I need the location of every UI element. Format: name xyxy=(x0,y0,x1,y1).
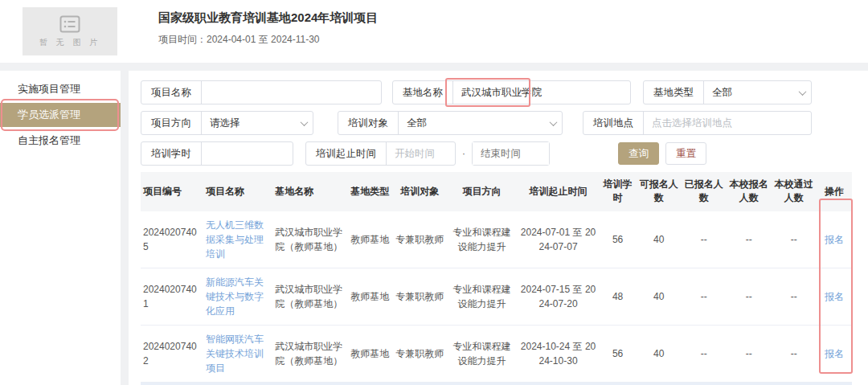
cell-hours: 48 xyxy=(600,268,637,325)
base-name-input[interactable] xyxy=(453,81,630,104)
table-row: 20240207405无人机三维数据采集与处理培训武汉城市职业学院（教师基地）教… xyxy=(141,211,852,268)
cell-period: 2024-07-15 至 2024-07-20 xyxy=(517,268,599,325)
training-location-input[interactable] xyxy=(644,112,811,134)
cell-base_type: 教师基地 xyxy=(346,382,393,385)
column-header: 项目编号 xyxy=(141,172,203,211)
column-header: 基地类型 xyxy=(346,172,393,211)
chevron-down-icon xyxy=(793,81,811,104)
cell-direction: 专业和课程建设能力提升 xyxy=(446,382,517,385)
cell-base: 武汉城市职业学院（教师基地） xyxy=(272,382,346,385)
cell-target: 专兼职教师 xyxy=(393,211,446,268)
cell-hours: 56 xyxy=(600,382,637,385)
base-type-value: 全部 xyxy=(704,81,793,104)
sidebar-item[interactable]: 实施项目管理 xyxy=(0,77,121,101)
cell-school_enrolled: -- xyxy=(727,268,772,325)
cell-quota: 50 xyxy=(637,382,682,385)
column-header: 培训对象 xyxy=(393,172,446,211)
cell-quota: 40 xyxy=(637,268,682,325)
date-separator: · xyxy=(462,148,465,159)
project-time-label: 项目时间： xyxy=(158,34,207,45)
cell-target: 专兼职教师 xyxy=(393,268,446,325)
cell-base_type: 教师基地 xyxy=(346,211,393,268)
table-row: 20240207403新时代汽车营销与运营管理技术应用武汉城市职业学院（教师基地… xyxy=(141,382,852,385)
training-target-value: 全部 xyxy=(399,112,544,134)
cell-school_passed: -- xyxy=(772,211,817,268)
project-direction-label: 项目方向 xyxy=(141,112,202,134)
cell-period: 2024-06-24 至 2024-06-30 xyxy=(517,382,599,385)
top-header: 暂 无 图 片 国家级职业教育培训基地2024年培训项目 项目时间：2024-0… xyxy=(0,0,868,63)
search-button[interactable]: 查询 xyxy=(618,142,659,165)
column-header: 培训学时 xyxy=(600,172,637,211)
cell-period: 2024-10-24 至 2024-10-30 xyxy=(517,325,599,382)
training-period-filter: 培训起止时间 xyxy=(305,141,456,166)
project-name-filter: 项目名称 xyxy=(141,80,382,104)
signup-link[interactable]: 报名 xyxy=(825,234,844,245)
training-period-label: 培训起止时间 xyxy=(306,142,387,165)
column-header: 本校报名人数 xyxy=(727,172,772,211)
cell-target: 专兼职教师 xyxy=(393,325,446,382)
cell-enrolled: -- xyxy=(682,325,727,382)
cell-hours: 56 xyxy=(600,325,637,382)
reset-button[interactable]: 重置 xyxy=(665,142,706,165)
project-name-link[interactable]: 无人机三维数据采集与处理培训 xyxy=(206,219,264,260)
cell-action: 报名 xyxy=(817,268,852,325)
project-name-input[interactable] xyxy=(202,81,381,104)
cell-period: 2024-07-01 至 2024-07-07 xyxy=(517,211,599,268)
training-location-label: 培训地点 xyxy=(583,112,644,134)
table-body: 20240207405无人机三维数据采集与处理培训武汉城市职业学院（教师基地）教… xyxy=(141,211,852,385)
cell-direction: 专业和课程建设能力提升 xyxy=(446,268,517,325)
cell-target: 专兼职教师 xyxy=(393,382,446,385)
cell-base: 武汉城市职业学院（教师基地） xyxy=(272,211,346,268)
training-hours-filter: 培训学时 xyxy=(141,141,293,166)
cell-quota: 40 xyxy=(637,325,682,382)
table-header-row: 项目编号项目名称基地名称基地类型培训对象项目方向培训起止时间培训学时可报名人数已… xyxy=(141,172,852,211)
cell-action: 报名 xyxy=(817,382,852,385)
signup-link[interactable]: 报名 xyxy=(825,291,844,302)
cell-school_passed: -- xyxy=(772,382,817,385)
column-header: 已报名人数 xyxy=(682,172,727,211)
cell-school_passed: -- xyxy=(772,325,817,382)
chevron-down-icon xyxy=(295,112,313,134)
cell-enrolled: -- xyxy=(682,268,727,325)
signup-link[interactable]: 报名 xyxy=(825,348,844,359)
cell-quota: 40 xyxy=(637,211,682,268)
training-hours-input[interactable] xyxy=(202,142,293,165)
base-name-filter: 基地名称 xyxy=(392,80,631,104)
project-time-value: 2024-04-01 至 2024-11-30 xyxy=(207,34,320,45)
end-date-box xyxy=(472,141,550,166)
cell-hours: 56 xyxy=(600,211,637,268)
column-header: 本校通过人数 xyxy=(772,172,817,211)
cell-school_enrolled: -- xyxy=(727,211,772,268)
cell-action: 报名 xyxy=(817,325,852,382)
main-panel: 项目名称 基地名称 基地类型 全部 项目方向 请选择 培训对象 全部 xyxy=(129,71,868,385)
cell-base: 武汉城市职业学院（教师基地） xyxy=(272,325,346,382)
cell-enrolled: -- xyxy=(682,211,727,268)
cell-action: 报名 xyxy=(817,211,852,268)
column-header: 基地名称 xyxy=(272,172,346,211)
cell-enrolled: -- xyxy=(682,382,727,385)
no-image-label: 暂 无 图 片 xyxy=(39,37,100,48)
cell-base: 武汉城市职业学院（教师基地） xyxy=(272,268,346,325)
training-target-filter[interactable]: 培训对象 全部 xyxy=(338,111,563,135)
page-title: 国家级职业教育培训基地2024年培训项目 xyxy=(158,10,378,26)
end-date-input[interactable] xyxy=(473,142,549,165)
project-name-link[interactable]: 新能源汽车关键技术与数字化应用 xyxy=(206,276,264,317)
sidebar-menu: 实施项目管理学员选派管理自主报名管理 xyxy=(0,71,121,385)
project-name-link[interactable]: 智能网联汽车关键技术培训项目 xyxy=(206,334,264,374)
start-date-input[interactable] xyxy=(387,142,455,165)
cell-id: 20240207402 xyxy=(141,325,203,382)
training-hours-label: 培训学时 xyxy=(141,142,202,165)
table-row: 20240207402智能网联汽车关键技术培训项目武汉城市职业学院（教师基地）教… xyxy=(141,325,852,382)
cell-direction: 专业和课程建设能力提升 xyxy=(446,325,517,382)
base-type-filter[interactable]: 基地类型 全部 xyxy=(643,80,812,104)
column-header: 培训起止时间 xyxy=(517,172,599,211)
cell-name: 无人机三维数据采集与处理培训 xyxy=(203,211,272,268)
sidebar-item[interactable]: 学员选派管理 xyxy=(0,103,121,127)
base-type-label: 基地类型 xyxy=(644,81,704,104)
sidebar-item[interactable]: 自主报名管理 xyxy=(0,129,121,153)
cell-name: 智能网联汽车关键技术培训项目 xyxy=(203,325,272,382)
project-time: 项目时间：2024-04-01 至 2024-11-30 xyxy=(158,33,378,47)
cell-name: 新时代汽车营销与运营管理技术应用 xyxy=(203,382,272,385)
cell-name: 新能源汽车关键技术与数字化应用 xyxy=(203,268,272,325)
project-direction-filter[interactable]: 项目方向 请选择 xyxy=(141,111,313,135)
